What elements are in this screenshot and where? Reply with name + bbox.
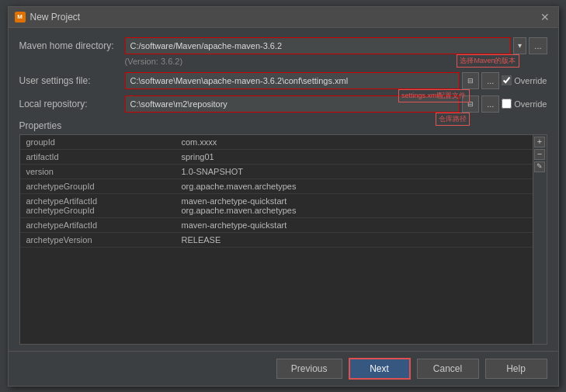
add-property-button[interactable]: + xyxy=(534,137,545,147)
table-row[interactable]: archetypeGroupIdorg.apache.maven.archety… xyxy=(20,179,547,193)
table-row[interactable]: archetypeArtifactId archetypeGroupIdmave… xyxy=(20,193,547,217)
property-key: archetypeVersion xyxy=(20,232,175,247)
property-key: archetypeArtifactId xyxy=(20,217,175,232)
table-row[interactable]: archetypeVersionRELEASE xyxy=(20,232,547,247)
maven-home-input[interactable] xyxy=(125,37,512,54)
dialog-footer: Previous Next Cancel Help xyxy=(9,351,558,386)
user-settings-row: User settings file: ⊟ ... Override setti… xyxy=(19,72,547,89)
remove-property-button[interactable]: − xyxy=(534,149,545,160)
local-repo-input[interactable] xyxy=(125,95,460,113)
maven-home-browse-button[interactable]: ... xyxy=(529,37,547,54)
local-repo-override-checkbox[interactable] xyxy=(502,99,512,109)
property-value: maven-archetype-quickstart xyxy=(175,217,547,232)
properties-table: groupIdcom.xxxxartifactIdspring01version… xyxy=(20,135,547,248)
local-repo-override-label: Override xyxy=(514,99,547,109)
property-value: org.apache.maven.archetypes xyxy=(175,179,547,193)
edit-property-button[interactable]: ✎ xyxy=(534,161,545,172)
table-row[interactable]: archetypeArtifactIdmaven-archetype-quick… xyxy=(20,217,547,232)
maven-home-input-wrapper: ▾ ... xyxy=(125,37,547,54)
table-row[interactable]: artifactIdspring01 xyxy=(20,149,547,164)
property-value: 1.0-SNAPSHOT xyxy=(175,164,547,179)
local-repo-row: Local repository: ⊟ ... Override 仓库路径 xyxy=(19,95,547,113)
user-settings-input[interactable] xyxy=(125,72,460,89)
properties-sidebar: + − ✎ xyxy=(533,135,547,344)
user-settings-browse-button[interactable]: ⊟ xyxy=(462,72,479,89)
local-repo-action-button[interactable]: ⊟ xyxy=(462,95,479,113)
property-value: RELEASE xyxy=(175,232,547,247)
new-project-dialog: M New Project ✕ Maven home directory: ▾ … xyxy=(8,6,559,387)
maven-version-hint: (Version: 3.6.2) xyxy=(125,57,547,66)
properties-section: Properties groupIdcom.xxxxartifactIdspri… xyxy=(19,120,547,345)
property-value: spring01 xyxy=(175,149,547,164)
local-repo-browse-button[interactable]: ... xyxy=(481,95,499,113)
user-settings-action-button[interactable]: ... xyxy=(481,72,499,89)
property-key: groupId xyxy=(20,135,175,150)
local-repo-override-wrapper: Override xyxy=(502,99,547,109)
maven-home-row: Maven home directory: ▾ ... 选择Maven的版本 xyxy=(19,37,547,54)
cancel-button[interactable]: Cancel xyxy=(417,359,479,379)
table-row[interactable]: groupIdcom.xxxx xyxy=(20,135,547,150)
user-settings-label: User settings file: xyxy=(19,75,120,86)
maven-home-label: Maven home directory: xyxy=(19,40,120,51)
user-settings-override-label: Override xyxy=(514,76,547,85)
dialog-icon: M xyxy=(15,12,26,23)
property-key: artifactId xyxy=(20,149,175,164)
title-bar: M New Project ✕ xyxy=(9,7,558,28)
maven-home-dropdown-button[interactable]: ▾ xyxy=(513,37,526,54)
table-row[interactable]: version1.0-SNAPSHOT xyxy=(20,164,547,179)
close-button[interactable]: ✕ xyxy=(538,11,552,23)
property-value: com.xxxx xyxy=(175,135,547,150)
properties-label: Properties xyxy=(19,120,547,131)
help-button[interactable]: Help xyxy=(485,359,547,379)
dialog-content: Maven home directory: ▾ ... 选择Maven的版本 (… xyxy=(9,28,558,351)
user-settings-input-wrapper: ⊟ ... Override xyxy=(125,72,547,89)
previous-button[interactable]: Previous xyxy=(276,359,342,379)
local-repo-input-wrapper: ⊟ ... Override xyxy=(125,95,547,113)
user-settings-override-checkbox[interactable] xyxy=(502,75,512,85)
property-key: version xyxy=(20,164,175,179)
properties-table-wrapper: groupIdcom.xxxxartifactIdspring01version… xyxy=(19,134,547,345)
property-key: archetypeGroupId xyxy=(20,179,175,193)
user-settings-override-wrapper: Override xyxy=(502,75,547,85)
local-repo-label: Local repository: xyxy=(19,99,120,109)
next-button[interactable]: Next xyxy=(349,358,411,380)
property-value: maven-archetype-quickstart org.apache.ma… xyxy=(175,193,547,217)
dialog-title: New Project xyxy=(30,12,533,23)
property-key: archetypeArtifactId archetypeGroupId xyxy=(20,193,175,217)
